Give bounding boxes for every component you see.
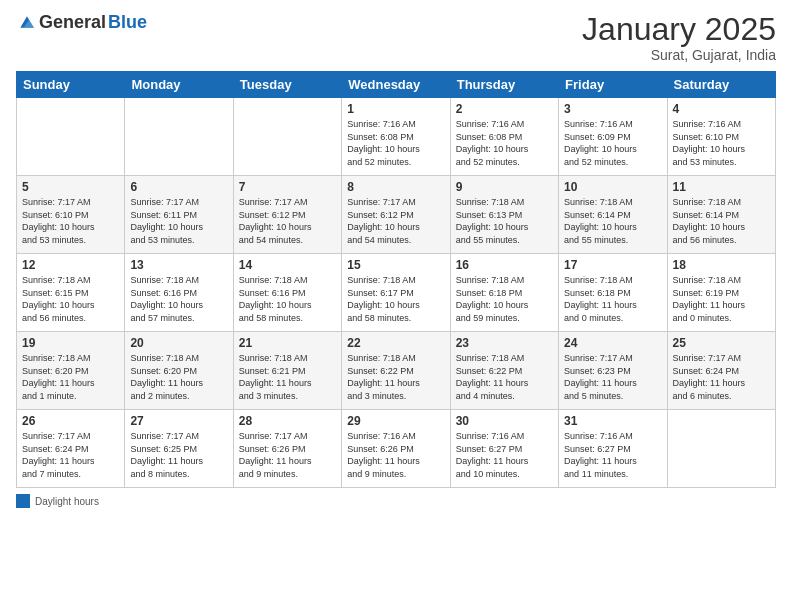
day-info: Sunrise: 7:18 AM Sunset: 6:16 PM Dayligh… xyxy=(239,274,336,324)
day-info: Sunrise: 7:18 AM Sunset: 6:18 PM Dayligh… xyxy=(564,274,661,324)
day-number: 29 xyxy=(347,414,444,428)
day-info: Sunrise: 7:18 AM Sunset: 6:20 PM Dayligh… xyxy=(22,352,119,402)
calendar-cell: 6Sunrise: 7:17 AM Sunset: 6:11 PM Daylig… xyxy=(125,176,233,254)
day-info: Sunrise: 7:17 AM Sunset: 6:23 PM Dayligh… xyxy=(564,352,661,402)
day-number: 24 xyxy=(564,336,661,350)
day-number: 12 xyxy=(22,258,119,272)
day-number: 28 xyxy=(239,414,336,428)
calendar-header-row: SundayMondayTuesdayWednesdayThursdayFrid… xyxy=(17,72,776,98)
day-number: 14 xyxy=(239,258,336,272)
day-info: Sunrise: 7:17 AM Sunset: 6:12 PM Dayligh… xyxy=(239,196,336,246)
month-title: January 2025 xyxy=(582,12,776,47)
day-number: 8 xyxy=(347,180,444,194)
day-info: Sunrise: 7:18 AM Sunset: 6:18 PM Dayligh… xyxy=(456,274,553,324)
day-number: 19 xyxy=(22,336,119,350)
calendar-cell: 29Sunrise: 7:16 AM Sunset: 6:26 PM Dayli… xyxy=(342,410,450,488)
day-info: Sunrise: 7:18 AM Sunset: 6:16 PM Dayligh… xyxy=(130,274,227,324)
calendar-cell: 10Sunrise: 7:18 AM Sunset: 6:14 PM Dayli… xyxy=(559,176,667,254)
calendar-cell xyxy=(125,98,233,176)
day-info: Sunrise: 7:16 AM Sunset: 6:27 PM Dayligh… xyxy=(564,430,661,480)
calendar-cell xyxy=(667,410,775,488)
calendar-week-row: 1Sunrise: 7:16 AM Sunset: 6:08 PM Daylig… xyxy=(17,98,776,176)
day-info: Sunrise: 7:18 AM Sunset: 6:22 PM Dayligh… xyxy=(456,352,553,402)
day-number: 17 xyxy=(564,258,661,272)
day-number: 1 xyxy=(347,102,444,116)
day-info: Sunrise: 7:18 AM Sunset: 6:15 PM Dayligh… xyxy=(22,274,119,324)
calendar-cell: 13Sunrise: 7:18 AM Sunset: 6:16 PM Dayli… xyxy=(125,254,233,332)
calendar-cell: 15Sunrise: 7:18 AM Sunset: 6:17 PM Dayli… xyxy=(342,254,450,332)
calendar-cell: 25Sunrise: 7:17 AM Sunset: 6:24 PM Dayli… xyxy=(667,332,775,410)
day-number: 30 xyxy=(456,414,553,428)
calendar-cell: 27Sunrise: 7:17 AM Sunset: 6:25 PM Dayli… xyxy=(125,410,233,488)
day-number: 23 xyxy=(456,336,553,350)
calendar-cell: 23Sunrise: 7:18 AM Sunset: 6:22 PM Dayli… xyxy=(450,332,558,410)
day-number: 10 xyxy=(564,180,661,194)
day-number: 15 xyxy=(347,258,444,272)
calendar-week-row: 5Sunrise: 7:17 AM Sunset: 6:10 PM Daylig… xyxy=(17,176,776,254)
calendar-cell xyxy=(233,98,341,176)
calendar-cell: 31Sunrise: 7:16 AM Sunset: 6:27 PM Dayli… xyxy=(559,410,667,488)
logo-icon xyxy=(17,13,37,33)
day-info: Sunrise: 7:18 AM Sunset: 6:14 PM Dayligh… xyxy=(564,196,661,246)
calendar-cell: 28Sunrise: 7:17 AM Sunset: 6:26 PM Dayli… xyxy=(233,410,341,488)
logo-general: General xyxy=(39,12,106,33)
day-number: 3 xyxy=(564,102,661,116)
calendar-cell: 19Sunrise: 7:18 AM Sunset: 6:20 PM Dayli… xyxy=(17,332,125,410)
day-info: Sunrise: 7:18 AM Sunset: 6:13 PM Dayligh… xyxy=(456,196,553,246)
day-number: 27 xyxy=(130,414,227,428)
day-number: 16 xyxy=(456,258,553,272)
column-header-sunday: Sunday xyxy=(17,72,125,98)
logo-blue: Blue xyxy=(108,12,147,33)
calendar-cell: 3Sunrise: 7:16 AM Sunset: 6:09 PM Daylig… xyxy=(559,98,667,176)
calendar-table: SundayMondayTuesdayWednesdayThursdayFrid… xyxy=(16,71,776,488)
footer: Daylight hours xyxy=(16,494,776,508)
calendar-cell xyxy=(17,98,125,176)
day-info: Sunrise: 7:17 AM Sunset: 6:25 PM Dayligh… xyxy=(130,430,227,480)
title-block: January 2025 Surat, Gujarat, India xyxy=(582,12,776,63)
column-header-wednesday: Wednesday xyxy=(342,72,450,98)
footer-label: Daylight hours xyxy=(35,496,99,507)
calendar-cell: 17Sunrise: 7:18 AM Sunset: 6:18 PM Dayli… xyxy=(559,254,667,332)
calendar-cell: 8Sunrise: 7:17 AM Sunset: 6:12 PM Daylig… xyxy=(342,176,450,254)
day-number: 31 xyxy=(564,414,661,428)
calendar-cell: 9Sunrise: 7:18 AM Sunset: 6:13 PM Daylig… xyxy=(450,176,558,254)
day-info: Sunrise: 7:17 AM Sunset: 6:24 PM Dayligh… xyxy=(673,352,770,402)
day-info: Sunrise: 7:16 AM Sunset: 6:27 PM Dayligh… xyxy=(456,430,553,480)
day-number: 21 xyxy=(239,336,336,350)
calendar-cell: 4Sunrise: 7:16 AM Sunset: 6:10 PM Daylig… xyxy=(667,98,775,176)
day-number: 9 xyxy=(456,180,553,194)
logo: GeneralBlue xyxy=(16,12,147,33)
calendar-cell: 7Sunrise: 7:17 AM Sunset: 6:12 PM Daylig… xyxy=(233,176,341,254)
day-info: Sunrise: 7:18 AM Sunset: 6:17 PM Dayligh… xyxy=(347,274,444,324)
day-number: 20 xyxy=(130,336,227,350)
calendar-cell: 1Sunrise: 7:16 AM Sunset: 6:08 PM Daylig… xyxy=(342,98,450,176)
day-number: 25 xyxy=(673,336,770,350)
day-info: Sunrise: 7:18 AM Sunset: 6:14 PM Dayligh… xyxy=(673,196,770,246)
column-header-friday: Friday xyxy=(559,72,667,98)
day-info: Sunrise: 7:17 AM Sunset: 6:24 PM Dayligh… xyxy=(22,430,119,480)
day-number: 11 xyxy=(673,180,770,194)
calendar-cell: 16Sunrise: 7:18 AM Sunset: 6:18 PM Dayli… xyxy=(450,254,558,332)
day-number: 18 xyxy=(673,258,770,272)
calendar-week-row: 26Sunrise: 7:17 AM Sunset: 6:24 PM Dayli… xyxy=(17,410,776,488)
calendar-cell: 24Sunrise: 7:17 AM Sunset: 6:23 PM Dayli… xyxy=(559,332,667,410)
day-number: 22 xyxy=(347,336,444,350)
calendar-cell: 30Sunrise: 7:16 AM Sunset: 6:27 PM Dayli… xyxy=(450,410,558,488)
calendar-cell: 22Sunrise: 7:18 AM Sunset: 6:22 PM Dayli… xyxy=(342,332,450,410)
column-header-saturday: Saturday xyxy=(667,72,775,98)
calendar-cell: 18Sunrise: 7:18 AM Sunset: 6:19 PM Dayli… xyxy=(667,254,775,332)
day-info: Sunrise: 7:16 AM Sunset: 6:10 PM Dayligh… xyxy=(673,118,770,168)
day-info: Sunrise: 7:18 AM Sunset: 6:22 PM Dayligh… xyxy=(347,352,444,402)
day-number: 13 xyxy=(130,258,227,272)
calendar-cell: 20Sunrise: 7:18 AM Sunset: 6:20 PM Dayli… xyxy=(125,332,233,410)
day-info: Sunrise: 7:16 AM Sunset: 6:08 PM Dayligh… xyxy=(456,118,553,168)
location: Surat, Gujarat, India xyxy=(582,47,776,63)
day-info: Sunrise: 7:17 AM Sunset: 6:10 PM Dayligh… xyxy=(22,196,119,246)
column-header-thursday: Thursday xyxy=(450,72,558,98)
day-info: Sunrise: 7:16 AM Sunset: 6:08 PM Dayligh… xyxy=(347,118,444,168)
calendar-week-row: 12Sunrise: 7:18 AM Sunset: 6:15 PM Dayli… xyxy=(17,254,776,332)
column-header-tuesday: Tuesday xyxy=(233,72,341,98)
day-number: 5 xyxy=(22,180,119,194)
daylight-legend-box xyxy=(16,494,30,508)
calendar-cell: 12Sunrise: 7:18 AM Sunset: 6:15 PM Dayli… xyxy=(17,254,125,332)
